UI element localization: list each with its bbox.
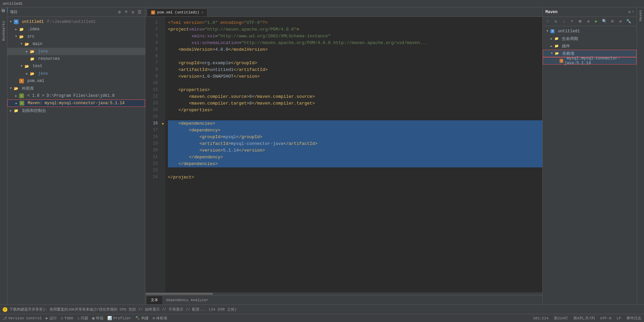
status-services[interactable]: ⚙ 体检项 (153, 316, 168, 321)
gutter-10 (160, 80, 165, 87)
maven-wrench-btn[interactable]: 🔧 (625, 18, 632, 25)
tree-item-resources[interactable]: 📁 resources (7, 55, 145, 63)
editor-container: X pom.xml (untitled1) ✕ 1 2 3 4 5 6 7 8 … (145, 7, 542, 305)
maven-plugins[interactable]: ▶ 📁 插件 (543, 42, 637, 50)
sidebar-filter-btn[interactable]: ☰ (137, 9, 142, 15)
tree-item-scratch[interactable]: ▶ 📁 划痕和控制台 (7, 107, 145, 114)
code-editor[interactable]: <?xml version="1.0" encoding="UTF-8"?> <… (165, 17, 542, 292)
java-test-expand: ▶ (25, 72, 29, 76)
bottom-notification: ! 下载构建提升并享有): 使用覆盖的JDK并享有来减少/优化常规的 CPU 负… (0, 305, 644, 314)
status-run[interactable]: ▶ 运行 (46, 316, 57, 321)
bottom-tab-text[interactable]: 文本 (147, 296, 162, 304)
status-columns[interactable]: 第6列,共7列 (573, 316, 595, 321)
status-event-log[interactable]: 事件日志 (627, 316, 641, 321)
gutter-7 (160, 60, 165, 67)
sidebar-sort-btn[interactable]: ⇅ (130, 9, 136, 15)
jdk-expand: ▶ (14, 94, 18, 98)
bottom-tab-text-label: 文本 (151, 297, 158, 303)
sidebar-settings-btn[interactable]: ⚙ (117, 9, 122, 15)
code-line-5: <modelVersion>4.0.0</modelVersion> (168, 46, 542, 53)
tab-pom-close[interactable]: ✕ (201, 10, 203, 14)
gutter-17 (160, 127, 165, 134)
status-line-sep[interactable]: LF (617, 316, 621, 320)
maven-dep-mysql[interactable]: J mysql:mysql-connector-java:5.1.14 (543, 57, 637, 65)
tree-item-pom[interactable]: X pom.xml (7, 77, 145, 85)
maven-add-btn[interactable]: + (568, 18, 576, 25)
gutter-21 (160, 154, 165, 161)
tree-item-jdk-label: < 1.8 > D:\Program Files\Java\jdk1.8 (25, 93, 114, 98)
status-terminal[interactable]: ▣ 终端 (92, 316, 103, 321)
maven-download-btn[interactable]: ↓ (560, 18, 568, 25)
tree-item-java-test[interactable]: ▶ 📂 java (7, 70, 145, 77)
status-issues[interactable]: ⚠ 问题 (77, 316, 88, 321)
gutter-14 (160, 107, 165, 114)
tree-item-java-main[interactable]: ▶ 📂 java (7, 48, 145, 55)
main-folder-icon: 📂 (25, 42, 29, 46)
tree-item-test[interactable]: ▼ 📂 test (7, 63, 145, 70)
gutter-13 (160, 100, 165, 107)
line-num-11: 11 (145, 87, 160, 93)
maven-m-btn[interactable]: m (576, 18, 584, 25)
status-version-control[interactable]: ⎇ Version Control (3, 316, 42, 320)
maven-connector-expand: ▶ (14, 102, 19, 105)
maven-lifecycle[interactable]: ▶ 📁 生命周期 (543, 35, 637, 42)
right-tab-maven[interactable]: Maven (637, 7, 644, 24)
gutter-2 (160, 26, 165, 33)
sidebar-tab-project[interactable]: 项目 (0, 7, 8, 13)
gutter-19 (160, 140, 165, 147)
line-num-17: 17 (145, 127, 160, 134)
tree-item-maven-connector[interactable]: ▶ L Maven: mysql:mysql-connector-java:5.… (7, 99, 145, 107)
terminal-icon: ▣ (92, 316, 95, 320)
maven-filter-btn[interactable]: ⊟ (609, 18, 616, 25)
line-num-12: 12 (145, 93, 160, 100)
status-encoding[interactable]: UTF-8 (600, 316, 611, 320)
tab-pom-icon: X (151, 10, 155, 14)
maven-link-btn[interactable]: ⇄ (617, 18, 624, 25)
sidebar-tab-bookmarks[interactable]: Bookmarks (0, 18, 7, 43)
line-num-19: 19 (145, 140, 160, 147)
maven-root-icon: M (550, 29, 554, 33)
tree-root[interactable]: ▼ M untitled1 F:\JavaWeb\untitled1 (7, 18, 145, 26)
maven-search-btn[interactable]: 🔍 (601, 18, 608, 25)
maven-root[interactable]: ▼ M untitled1 (543, 28, 637, 35)
sidebar-tab-structure[interactable]: 结构 (0, 13, 7, 18)
status-lines[interactable]: 第214行 (554, 316, 568, 321)
bottom-tab-dependency[interactable]: Dependency Analyzer (162, 296, 212, 304)
maven-settings-btn[interactable]: ⚙ (629, 10, 631, 14)
lifecycle-expand: ▶ (549, 37, 553, 41)
line-num-2: 2 (145, 26, 160, 33)
tree-item-idea[interactable]: ▶ 📁 .idea (7, 26, 145, 33)
sidebar-layout-btn[interactable]: ≡ (123, 9, 129, 15)
code-line-10 (168, 80, 542, 87)
maven-double-arrow-btn[interactable]: ⇉ (584, 18, 592, 25)
status-bar: ⎇ Version Control ▶ 运行 ☑ TODO ⚠ 问题 ▣ 终端 … (0, 314, 644, 322)
line-num-22: 22 (145, 161, 160, 167)
tree-item-external-libs[interactable]: ▼ 📂 外部库 (7, 85, 145, 92)
maven-root-label: untitled1 (556, 29, 580, 34)
tree-item-main[interactable]: ▼ 📂 main (7, 40, 145, 48)
gutter-23 (160, 167, 165, 174)
deps-expand: ▼ (550, 52, 554, 55)
maven-refresh-btn[interactable]: ↻ (552, 18, 560, 25)
tree-item-java-test-label: java (36, 71, 48, 76)
maven-run-btn[interactable]: ▶ (593, 18, 600, 25)
editor-tab-pom[interactable]: X pom.xml (untitled1) ✕ (147, 8, 208, 16)
right-tab-strip: Maven (637, 7, 644, 305)
editor-bottom-tabs: 文本 Dependency Analyzer (145, 295, 542, 305)
maven-check-btn[interactable]: ✓ (544, 18, 551, 25)
code-line-20: <version>5.1.14</version> (168, 147, 542, 154)
status-profiler[interactable]: 📊 Profiler (107, 316, 131, 320)
build-icon: 🔨 (135, 316, 140, 320)
maven-panel: Maven ⚙ − ✓ ↻ ↓ + m ⇉ ▶ 🔍 ⊟ ⇄ 🔧 ▼ M (542, 7, 637, 305)
code-line-8: <artifactId>untitled1</artifactId> (168, 67, 542, 73)
tree-item-external-label: 外部库 (20, 86, 34, 91)
tree-item-jdk[interactable]: ▶ L < 1.8 > D:\Program Files\Java\jdk1.8 (7, 92, 145, 99)
gutter-3 (160, 33, 165, 40)
horizontal-scrollbar[interactable] (145, 292, 542, 295)
status-build[interactable]: 🔨 构建 (135, 316, 149, 321)
line-num-23: 23 (145, 167, 160, 174)
status-todo[interactable]: ☑ TODO (61, 316, 73, 320)
status-position[interactable]: 161:214 (533, 316, 548, 320)
maven-minimize-btn[interactable]: − (632, 10, 634, 14)
tree-item-src[interactable]: ▼ 📂 src (7, 33, 145, 40)
